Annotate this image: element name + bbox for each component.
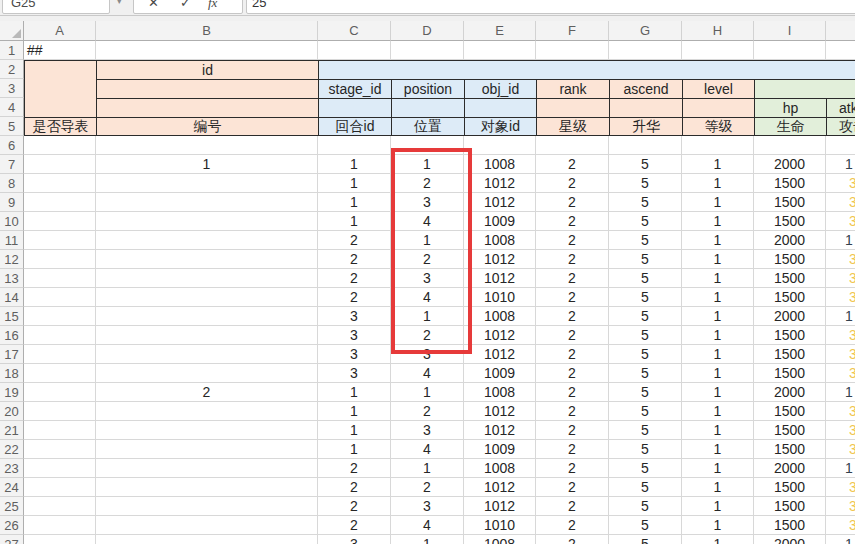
row-header-21[interactable]: 21 (0, 421, 24, 440)
cell-H12[interactable]: 1 (682, 250, 754, 269)
cell-A1[interactable]: ## (24, 41, 96, 60)
cell-H11[interactable]: 1 (682, 231, 754, 250)
cell-D14[interactable]: 4 (391, 288, 464, 307)
cell-E5-obj-id[interactable]: 对象id (464, 117, 536, 136)
cell-C3-stage-id[interactable]: stage_id (318, 79, 391, 98)
cell-E23[interactable]: 1008 (464, 459, 536, 478)
cell-E21[interactable]: 1012 (464, 421, 536, 440)
row-header-8[interactable]: 8 (0, 174, 24, 193)
cell-E26[interactable]: 1010 (464, 516, 536, 535)
cell-C7[interactable]: 1 (318, 155, 391, 174)
cell-A5-export-flag[interactable]: 是否导表 (24, 117, 96, 136)
cell-A20[interactable] (24, 402, 96, 421)
cell-C16[interactable]: 3 (318, 326, 391, 345)
cell-G1[interactable] (609, 41, 682, 60)
row-header-2[interactable]: 2 (0, 60, 24, 79)
cell-A27[interactable] (24, 535, 96, 544)
cell-E11[interactable]: 1008 (464, 231, 536, 250)
cell-E1[interactable] (464, 41, 536, 60)
cell-B18[interactable] (96, 364, 318, 383)
cell-A24[interactable] (24, 478, 96, 497)
cell-D13[interactable]: 3 (391, 269, 464, 288)
cell-I1[interactable] (754, 41, 826, 60)
cell-D10[interactable]: 4 (391, 212, 464, 231)
cell-H4[interactable] (682, 98, 754, 117)
row-header-6[interactable]: 6 (0, 136, 24, 155)
cell-I7[interactable]: 2000 (754, 155, 826, 174)
cell-B15[interactable] (96, 307, 318, 326)
cell-I4-hp[interactable]: hp (754, 98, 826, 117)
cell-I26[interactable]: 1500 (754, 516, 826, 535)
cell-C17[interactable]: 3 (318, 345, 391, 364)
cell-I22[interactable]: 1500 (754, 440, 826, 459)
cell-D17[interactable]: 3 (391, 345, 464, 364)
cell-I9[interactable]: 1500 (754, 193, 826, 212)
cell-F4[interactable] (536, 98, 609, 117)
cell-H7[interactable]: 1 (682, 155, 754, 174)
cell-B3[interactable] (96, 79, 318, 98)
cell-I8[interactable]: 1500 (754, 174, 826, 193)
cell-G9[interactable]: 5 (609, 193, 682, 212)
cell-C1[interactable] (318, 41, 391, 60)
cell-A17[interactable] (24, 345, 96, 364)
row-header-7[interactable]: 7 (0, 155, 24, 174)
cell-I20[interactable]: 1500 (754, 402, 826, 421)
cell-G11[interactable]: 5 (609, 231, 682, 250)
cell-F20[interactable]: 2 (536, 402, 609, 421)
cell-E12[interactable]: 1012 (464, 250, 536, 269)
cell-F26[interactable]: 2 (536, 516, 609, 535)
cell-A25[interactable] (24, 497, 96, 516)
cell-G17[interactable]: 5 (609, 345, 682, 364)
cell-E9[interactable]: 1012 (464, 193, 536, 212)
cell-J22[interactable]: 3 (826, 440, 855, 459)
cell-H24[interactable]: 1 (682, 478, 754, 497)
cell-H16[interactable]: 1 (682, 326, 754, 345)
cell-D3-position[interactable]: position (391, 79, 464, 98)
cell-G14[interactable]: 5 (609, 288, 682, 307)
cell-C13[interactable]: 2 (318, 269, 391, 288)
cell-I21[interactable]: 1500 (754, 421, 826, 440)
row-header-20[interactable]: 20 (0, 402, 24, 421)
cell-H9[interactable]: 1 (682, 193, 754, 212)
cell-G15[interactable]: 5 (609, 307, 682, 326)
row-header-13[interactable]: 13 (0, 269, 24, 288)
cell-H3-level[interactable]: level (682, 79, 754, 98)
cell-A21[interactable] (24, 421, 96, 440)
column-header-B[interactable]: B (96, 21, 318, 41)
cell-C22[interactable]: 1 (318, 440, 391, 459)
cell-H26[interactable]: 1 (682, 516, 754, 535)
cell-I13[interactable]: 1500 (754, 269, 826, 288)
cell-F19[interactable]: 2 (536, 383, 609, 402)
column-header-C[interactable]: C (318, 21, 391, 41)
cell-E17[interactable]: 1012 (464, 345, 536, 364)
cell-E19[interactable]: 1008 (464, 383, 536, 402)
cell-B17[interactable] (96, 345, 318, 364)
cell-J9[interactable]: 3 (826, 193, 855, 212)
cell-E18[interactable]: 1009 (464, 364, 536, 383)
cell-J19[interactable]: 1 (826, 383, 855, 402)
cell-C21[interactable]: 1 (318, 421, 391, 440)
cell-F10[interactable]: 2 (536, 212, 609, 231)
cell-C5-round-id[interactable]: 回合id (318, 117, 391, 136)
cell-B25[interactable] (96, 497, 318, 516)
cell-J12[interactable]: 3 (826, 250, 855, 269)
cell-H5-level[interactable]: 等级 (682, 117, 754, 136)
cell-I12[interactable]: 1500 (754, 250, 826, 269)
cell-D4[interactable] (391, 98, 464, 117)
cell-G4[interactable] (609, 98, 682, 117)
cell-C4[interactable] (318, 98, 391, 117)
row-header-24[interactable]: 24 (0, 478, 24, 497)
cell-B22[interactable] (96, 440, 318, 459)
row-header-3[interactable]: 3 (0, 79, 24, 98)
row-header-25[interactable]: 25 (0, 497, 24, 516)
cell-A12[interactable] (24, 250, 96, 269)
cell-E6[interactable] (464, 136, 536, 155)
cell-H27[interactable]: 1 (682, 535, 754, 544)
select-all-corner[interactable] (0, 21, 24, 41)
insert-function-icon[interactable]: fx (208, 0, 217, 9)
cell-G7[interactable]: 5 (609, 155, 682, 174)
cell-F11[interactable]: 2 (536, 231, 609, 250)
cell-B10[interactable] (96, 212, 318, 231)
cell-J15[interactable]: 1 (826, 307, 855, 326)
cell-E15[interactable]: 1008 (464, 307, 536, 326)
